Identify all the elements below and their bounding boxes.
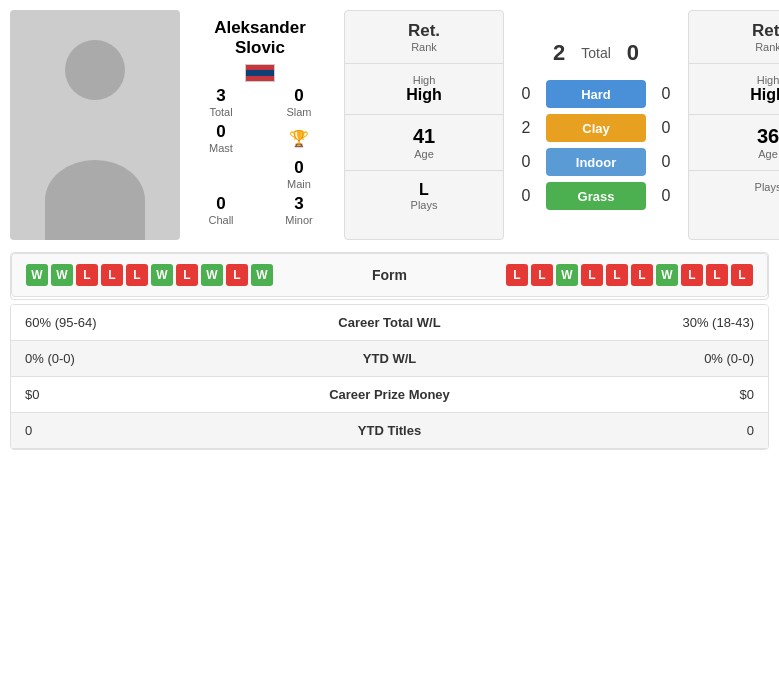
career-wl-right: 30% (18-43) (518, 305, 768, 341)
indoor-row: 0 Indoor 0 (516, 148, 676, 176)
total-score-right: 0 (627, 40, 639, 66)
form-badge: W (556, 264, 578, 286)
player1-head (65, 40, 125, 100)
clay-badge: Clay (546, 114, 646, 142)
player2-age-value: 36 (757, 125, 779, 148)
stats-table-wrapper: 60% (95-64) Career Total W/L 30% (18-43)… (10, 304, 769, 450)
form-badge: L (581, 264, 603, 286)
surface-section: 2 Total 0 0 Hard 0 2 Clay 0 0 (508, 10, 684, 240)
indoor-badge: Indoor (546, 148, 646, 176)
player1-total-label: Total (184, 106, 258, 118)
player2-rank-label: Rank (755, 41, 779, 53)
player1-high-row: High High (345, 64, 503, 115)
form-badge: L (176, 264, 198, 286)
player1-main-value: 0 (262, 158, 336, 178)
career-wl-row: 60% (95-64) Career Total W/L 30% (18-43) (11, 305, 768, 341)
player1-center-stats: Ret. Rank High High 41 Age L Plays (344, 10, 504, 240)
titles-right: 0 (518, 413, 768, 449)
clay-right: 0 (656, 119, 676, 137)
form-badge: L (126, 264, 148, 286)
player1-info: Aleksander Slovic 3 Total 0 Slam 0 Mast (180, 10, 340, 240)
prize-row: $0 Career Prize Money $0 (11, 377, 768, 413)
player1-rank-label: Rank (411, 41, 437, 53)
form-badge: L (706, 264, 728, 286)
ytd-wl-row: 0% (0-0) YTD W/L 0% (0-0) (11, 341, 768, 377)
player1-main-label: Main (262, 178, 336, 190)
ytd-wl-left: 0% (0-0) (11, 341, 261, 377)
player1-plays-row: L Plays (345, 171, 503, 221)
titles-left: 0 (11, 413, 261, 449)
player1-mast-cell: 0 Mast (184, 122, 258, 154)
top-section: Aleksander Slovic 3 Total 0 Slam 0 Mast (10, 10, 769, 240)
player2-form-badges: LLWLLLWLLL (506, 264, 753, 286)
titles-label: YTD Titles (261, 413, 518, 449)
player2-high-row: High High (689, 64, 779, 115)
ytd-wl-right: 0% (0-0) (518, 341, 768, 377)
form-badge: L (506, 264, 528, 286)
surface-total-row: 2 Total 0 (553, 40, 639, 66)
form-badge: L (681, 264, 703, 286)
player1-flag (245, 64, 275, 82)
form-badge: L (101, 264, 123, 286)
player1-age-label: Age (414, 148, 434, 160)
clay-row: 2 Clay 0 (516, 114, 676, 142)
form-badge: L (606, 264, 628, 286)
player1-minor-cell: 3 Minor (262, 194, 336, 226)
player1-body (45, 160, 145, 240)
form-badge: L (76, 264, 98, 286)
ytd-wl-label: YTD W/L (261, 341, 518, 377)
player1-total-value: 3 (184, 86, 258, 106)
player2-rank-row: Ret. Rank (689, 11, 779, 64)
indoor-left: 0 (516, 153, 536, 171)
player1-chall-label: Chall (184, 214, 258, 226)
player1-rank-row: Ret. Rank (345, 11, 503, 64)
prize-label: Career Prize Money (261, 377, 518, 413)
form-badge: W (26, 264, 48, 286)
player1-age-value: 41 (413, 125, 435, 148)
player1-age-row: 41 Age (345, 115, 503, 171)
player1-high-value: High (406, 86, 442, 104)
player1-chall-cell: 0 Chall (184, 194, 258, 226)
form-badge: L (631, 264, 653, 286)
main-container: Aleksander Slovic 3 Total 0 Slam 0 Mast (0, 0, 779, 464)
player1-main-cell: 0 Main (262, 158, 336, 190)
player1-slam-cell: 0 Slam (262, 86, 336, 118)
player1-mast-label: Mast (184, 142, 258, 154)
player2-age-label: Age (758, 148, 778, 160)
hard-badge: Hard (546, 80, 646, 108)
player2-plays-row: Plays (689, 171, 779, 203)
player1-minor-label: Minor (262, 214, 336, 226)
player1-total-cell: 3 Total (184, 86, 258, 118)
grass-badge: Grass (546, 182, 646, 210)
form-badge: W (151, 264, 173, 286)
player1-stats: 3 Total 0 Slam 0 Mast 🏆 0 Main (184, 86, 336, 226)
player1-plays-value: L (419, 181, 429, 199)
player1-mast-value: 0 (184, 122, 258, 142)
player1-plays-label: Plays (411, 199, 438, 211)
player2-plays-label: Plays (755, 181, 779, 193)
prize-right: $0 (518, 377, 768, 413)
form-badge: W (251, 264, 273, 286)
player2-high-label: High (757, 74, 779, 86)
titles-row: 0 YTD Titles 0 (11, 413, 768, 449)
form-badge: W (51, 264, 73, 286)
form-label: Form (372, 267, 407, 283)
form-badge: L (731, 264, 753, 286)
hard-left: 0 (516, 85, 536, 103)
indoor-right: 0 (656, 153, 676, 171)
player1-chall-value: 0 (184, 194, 258, 214)
player2-center-stats: Ret. Rank High High 36 Age Plays (688, 10, 779, 240)
form-badge: W (201, 264, 223, 286)
form-badge: W (656, 264, 678, 286)
player1-photo (10, 10, 180, 240)
stats-table: 60% (95-64) Career Total W/L 30% (18-43)… (11, 305, 768, 449)
form-badge: L (531, 264, 553, 286)
total-label: Total (581, 45, 611, 61)
player1-high-label: High (413, 74, 436, 86)
player2-rank-value: Ret. (752, 21, 779, 41)
prize-left: $0 (11, 377, 261, 413)
trophy1-icon: 🏆 (289, 129, 309, 148)
player1-slam-value: 0 (262, 86, 336, 106)
clay-left: 2 (516, 119, 536, 137)
form-section-wrapper: WWLLLWLWLW Form LLWLLLWLLL (10, 252, 769, 300)
